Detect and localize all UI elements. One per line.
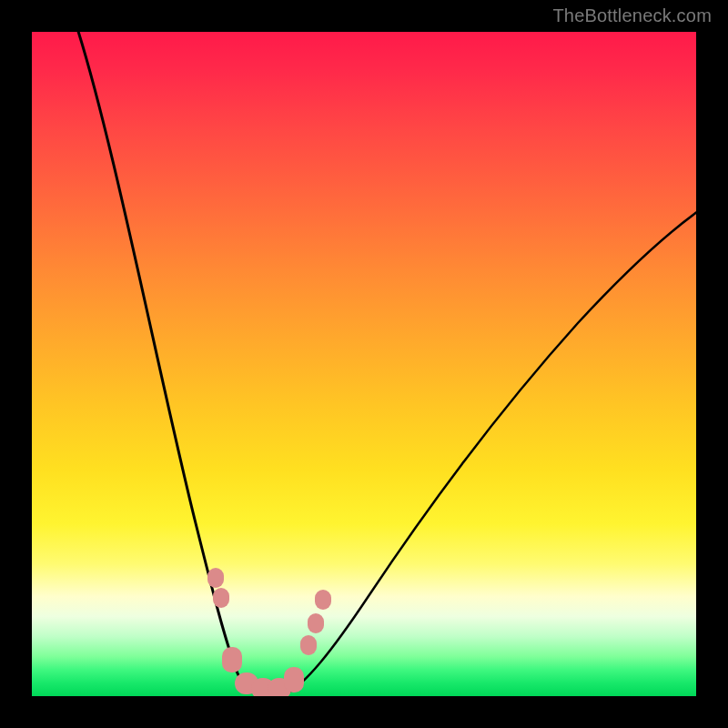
data-marker <box>315 590 331 610</box>
data-marker <box>308 613 324 633</box>
marker-cluster <box>32 32 696 696</box>
watermark-text: TheBottleneck.com <box>552 5 712 26</box>
data-marker <box>300 635 317 655</box>
data-marker <box>213 588 229 608</box>
data-marker <box>222 647 242 672</box>
data-marker <box>284 667 304 693</box>
outer-frame: TheBottleneck.com <box>0 0 728 728</box>
data-marker <box>207 568 224 588</box>
plot-area <box>32 32 696 696</box>
